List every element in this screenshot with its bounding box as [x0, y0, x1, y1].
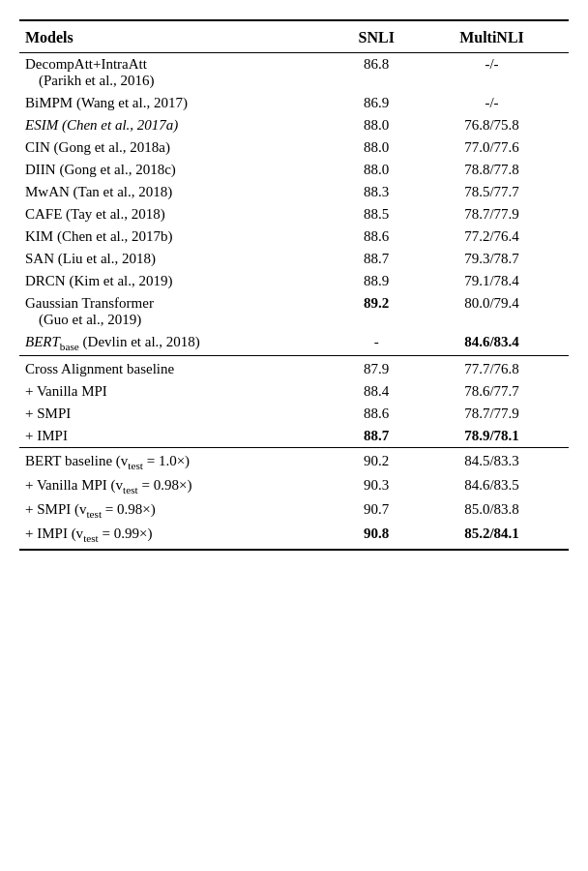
value-cell: 78.6/77.7: [415, 380, 569, 403]
model-cell: DRCN (Kim et al., 2019): [19, 270, 338, 292]
model-cell: + IMPI (vtest = 0.99×): [19, 523, 338, 550]
value-cell: 88.6: [338, 225, 415, 248]
model-cell: DIIN (Gong et al., 2018c): [19, 159, 338, 181]
value-cell: 77.0/77.6: [415, 136, 569, 159]
value-cell: -/-: [415, 53, 569, 93]
model-cell: + Vanilla MPI (vtest = 0.98×): [19, 474, 338, 498]
value-cell: 76.8/75.8: [415, 114, 569, 136]
value-cell: 78.7/77.9: [415, 203, 569, 225]
table-row: + Vanilla MPI88.478.6/77.7: [19, 380, 569, 403]
model-cell: KIM (Chen et al., 2017b): [19, 225, 338, 248]
value-cell: 88.0: [338, 136, 415, 159]
value-cell: 77.2/76.4: [415, 225, 569, 248]
table-row: BiMPM (Wang et al., 2017)86.9-/-: [19, 92, 569, 114]
value-cell: -: [338, 331, 415, 356]
value-cell: 77.7/76.8: [415, 356, 569, 381]
model-cell: SAN (Liu et al., 2018): [19, 248, 338, 270]
header-snli: SNLI: [338, 20, 415, 53]
table-row: DIIN (Gong et al., 2018c)88.078.8/77.8: [19, 159, 569, 181]
model-cell: + Vanilla MPI: [19, 380, 338, 403]
value-cell: 79.3/78.7: [415, 248, 569, 270]
value-cell: 86.9: [338, 92, 415, 114]
table-row: KIM (Chen et al., 2017b)88.677.2/76.4: [19, 225, 569, 248]
value-cell: 87.9: [338, 356, 415, 381]
value-cell: 88.3: [338, 181, 415, 203]
model-cell: BERTbase (Devlin et al., 2018): [19, 331, 338, 356]
value-cell: 88.7: [338, 425, 415, 448]
value-cell: 90.3: [338, 474, 415, 498]
value-cell: 84.6/83.5: [415, 474, 569, 498]
value-cell: 78.7/77.9: [415, 403, 569, 425]
table-row: Cross Alignment baseline87.977.7/76.8: [19, 356, 569, 381]
model-cell: CIN (Gong et al., 2018a): [19, 136, 338, 159]
header-models: Models: [19, 20, 338, 53]
table-row: + IMPI (vtest = 0.99×)90.885.2/84.1: [19, 523, 569, 550]
value-cell: 78.8/77.8: [415, 159, 569, 181]
table-row: MwAN (Tan et al., 2018)88.378.5/77.7: [19, 181, 569, 203]
value-cell: 88.6: [338, 403, 415, 425]
value-cell: 90.8: [338, 523, 415, 550]
model-cell: Gaussian Transformer(Guo et al., 2019): [19, 292, 338, 331]
value-cell: 88.7: [338, 248, 415, 270]
value-cell: 78.5/77.7: [415, 181, 569, 203]
value-cell: 90.7: [338, 498, 415, 523]
value-cell: 88.4: [338, 380, 415, 403]
model-cell: CAFE (Tay et al., 2018): [19, 203, 338, 225]
comparison-table: Models SNLI MultiNLI DecompAtt+IntraAtt(…: [19, 19, 569, 551]
model-cell: ESIM (Chen et al., 2017a): [19, 114, 338, 136]
value-cell: 79.1/78.4: [415, 270, 569, 292]
value-cell: 84.5/83.3: [415, 448, 569, 475]
table-row: DecompAtt+IntraAtt(Parikh et al., 2016)8…: [19, 53, 569, 93]
model-cell: + IMPI: [19, 425, 338, 448]
model-cell: + SMPI (vtest = 0.98×): [19, 498, 338, 523]
value-cell: 88.5: [338, 203, 415, 225]
model-cell: + SMPI: [19, 403, 338, 425]
table-row: BERTbase (Devlin et al., 2018)-84.6/83.4: [19, 331, 569, 356]
value-cell: 78.9/78.1: [415, 425, 569, 448]
value-cell: -/-: [415, 92, 569, 114]
value-cell: 88.0: [338, 114, 415, 136]
table-row: + IMPI88.778.9/78.1: [19, 425, 569, 448]
model-cell: BiMPM (Wang et al., 2017): [19, 92, 338, 114]
value-cell: 88.9: [338, 270, 415, 292]
model-cell: BERT baseline (vtest = 1.0×): [19, 448, 338, 475]
value-cell: 85.2/84.1: [415, 523, 569, 550]
header-multinli: MultiNLI: [415, 20, 569, 53]
value-cell: 80.0/79.4: [415, 292, 569, 331]
value-cell: 90.2: [338, 448, 415, 475]
table-row: DRCN (Kim et al., 2019)88.979.1/78.4: [19, 270, 569, 292]
value-cell: 85.0/83.8: [415, 498, 569, 523]
table-row: Gaussian Transformer(Guo et al., 2019)89…: [19, 292, 569, 331]
value-cell: 88.0: [338, 159, 415, 181]
table-row: BERT baseline (vtest = 1.0×)90.284.5/83.…: [19, 448, 569, 475]
model-cell: Cross Alignment baseline: [19, 356, 338, 381]
value-cell: 86.8: [338, 53, 415, 93]
table-row: + SMPI88.678.7/77.9: [19, 403, 569, 425]
model-cell: MwAN (Tan et al., 2018): [19, 181, 338, 203]
table-row: SAN (Liu et al., 2018)88.779.3/78.7: [19, 248, 569, 270]
table-row: CAFE (Tay et al., 2018)88.578.7/77.9: [19, 203, 569, 225]
table-row: + SMPI (vtest = 0.98×)90.785.0/83.8: [19, 498, 569, 523]
value-cell: 89.2: [338, 292, 415, 331]
model-cell: DecompAtt+IntraAtt(Parikh et al., 2016): [19, 53, 338, 93]
value-cell: 84.6/83.4: [415, 331, 569, 356]
table-row: + Vanilla MPI (vtest = 0.98×)90.384.6/83…: [19, 474, 569, 498]
table-row: ESIM (Chen et al., 2017a)88.076.8/75.8: [19, 114, 569, 136]
table-row: CIN (Gong et al., 2018a)88.077.0/77.6: [19, 136, 569, 159]
